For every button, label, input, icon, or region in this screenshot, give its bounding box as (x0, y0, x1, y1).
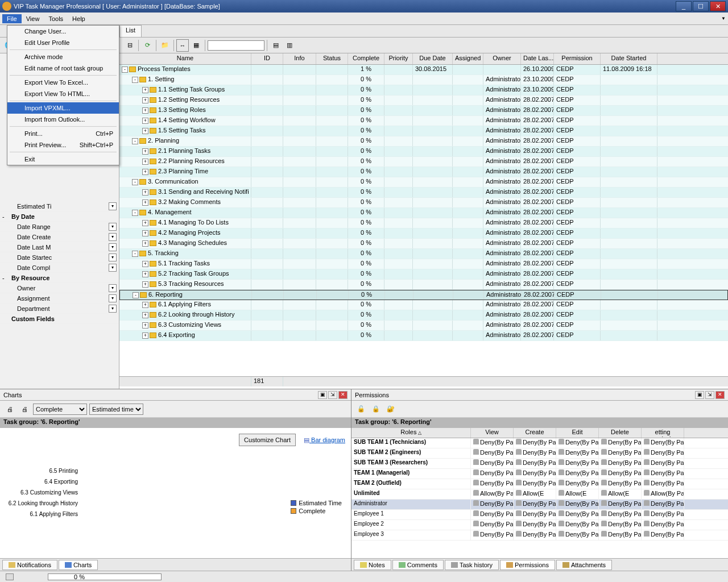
permission-row[interactable]: SUB TEAM 1 (Technicians)Deny(By PaDeny(B… (351, 438, 728, 448)
task-row[interactable]: -2. Planning0 %Administrator28.02.2007CE… (119, 136, 728, 147)
task-row[interactable]: +4.2 Managing Projects0 %Administrator28… (119, 228, 728, 239)
task-row[interactable]: +1.3 Setting Roles0 %Administrator28.02.… (119, 106, 728, 116)
tool-collapse-icon[interactable]: ⊟ (123, 39, 136, 52)
column-header[interactable]: Priority (384, 53, 413, 64)
task-row[interactable]: +6.2 Looking through History0 %Administr… (119, 310, 728, 321)
permission-row[interactable]: Employee 2Deny(By PaDeny(By PaDeny(By Pa… (351, 520, 728, 530)
file-menu-item[interactable]: Edit name of root task group (7, 63, 119, 74)
filter-row[interactable]: Date Startec▾ (0, 252, 119, 263)
bottom-tab[interactable]: Task history (445, 560, 499, 570)
column-header[interactable]: Due Date (413, 53, 453, 64)
bar-diagram-link[interactable]: ▤ Bar diagram (304, 436, 345, 444)
menu-view[interactable]: View (22, 14, 44, 23)
file-menu-item[interactable]: Edit User Profile (7, 37, 119, 48)
view-tab-list[interactable]: List (119, 25, 142, 37)
file-menu-item[interactable]: Export View To Excel... (7, 77, 119, 88)
perm-tool3-icon[interactable]: 🔐 (384, 403, 397, 415)
dropdown-icon[interactable]: ▾ (109, 223, 117, 231)
filter-row[interactable]: -By Resource (0, 273, 119, 283)
perms-dock-button[interactable]: ▣ (695, 391, 704, 399)
permission-row[interactable]: TEAM 1 (Managerial)Deny(By PaDeny(By PaD… (351, 469, 728, 479)
task-row[interactable]: +2.2 Planning Resources0 %Administrator2… (119, 157, 728, 167)
tool-filter1-icon[interactable]: ▤ (270, 39, 282, 52)
tree-expand-icon[interactable]: + (142, 220, 148, 226)
file-menu-item[interactable]: Print Preview...Shift+Ctrl+P (7, 139, 119, 151)
tree-expand-icon[interactable]: - (132, 77, 138, 83)
perm-column-header[interactable]: Roles △ (351, 428, 471, 438)
charts-y-select[interactable]: Complete (33, 404, 87, 415)
tree-expand-icon[interactable]: + (142, 240, 148, 247)
tree-expand-icon[interactable]: + (142, 332, 148, 339)
tree-expand-icon[interactable]: - (132, 138, 138, 144)
tool-refresh-icon[interactable]: ⟳ (141, 39, 154, 52)
permission-row[interactable]: Employee 3Deny(By PaDeny(By PaDeny(By Pa… (351, 530, 728, 541)
tree-expand-icon[interactable]: - (132, 251, 138, 257)
tree-expand-icon[interactable]: + (142, 128, 148, 134)
tree-expand-icon[interactable]: + (142, 281, 148, 288)
file-menu-item[interactable]: Import from Outlook... (7, 114, 119, 125)
charts-dock-button[interactable]: ▣ (318, 391, 327, 399)
minimize-button[interactable]: _ (676, 1, 692, 11)
filter-row[interactable]: Date Create▾ (0, 232, 119, 242)
bottom-tab[interactable]: Notes (354, 560, 391, 570)
tree-expand-icon[interactable]: + (142, 312, 148, 318)
filter-row[interactable]: Date Last M▾ (0, 242, 119, 252)
filter-row[interactable]: Date Range▾ (0, 222, 119, 232)
perm-column-header[interactable]: etting permission (642, 428, 684, 438)
permission-row[interactable]: AdministratorDeny(By PaDeny(By PaDeny(By… (351, 500, 728, 510)
charts-print-icon[interactable]: 🖨 (3, 403, 16, 415)
tree-expand-icon[interactable]: + (142, 107, 148, 114)
file-menu-item[interactable]: Archive mode (7, 51, 119, 63)
permission-row[interactable]: TEAM 2 (Outfield)Deny(By PaDeny(By PaDen… (351, 479, 728, 489)
dropdown-icon[interactable]: ▾ (109, 233, 117, 241)
file-menu-item[interactable]: Export View To HTML... (7, 88, 119, 99)
menu-help[interactable]: Help (68, 14, 90, 23)
tree-expand-icon[interactable]: + (142, 199, 148, 206)
dropdown-icon[interactable]: ▾ (109, 294, 117, 302)
perm-column-header[interactable]: View (471, 428, 514, 438)
task-row[interactable]: +6.1 Applying Filters0 %Administrator28.… (119, 300, 728, 310)
dropdown-icon[interactable]: ▾ (109, 305, 117, 313)
perm-column-header[interactable]: Create (514, 428, 556, 438)
column-header[interactable]: Complete (348, 53, 384, 64)
bottom-tab[interactable]: Permissions (500, 560, 555, 570)
search-input[interactable] (208, 40, 264, 51)
filter-row[interactable]: -By Date (0, 211, 119, 222)
bottom-tab[interactable]: Attachments (556, 560, 612, 570)
tree-expand-icon[interactable]: + (142, 189, 148, 196)
charts-pin-button[interactable]: ⇲ (328, 391, 337, 399)
tool-autofit-icon[interactable]: ↔ (176, 39, 189, 52)
column-header[interactable]: ID (251, 53, 283, 64)
tree-expand-icon[interactable]: - (133, 292, 139, 298)
filter-row[interactable]: Estimated Ti▾ (0, 201, 119, 211)
task-row[interactable]: +4.3 Managing Schedules0 %Administrator2… (119, 239, 728, 249)
task-row[interactable]: +3.2 Making Comments0 %Administrator28.0… (119, 198, 728, 208)
task-row[interactable]: -6. Reporting0 %Administrator28.02.2007C… (119, 290, 728, 300)
task-row[interactable]: +4.1 Managing To Do Lists0 %Administrato… (119, 218, 728, 228)
menu-file[interactable]: File (2, 14, 22, 23)
task-row[interactable]: -3. Communication0 %Administrator28.02.2… (119, 177, 728, 188)
task-row[interactable]: +6.3 Customizing Views0 %Administrator28… (119, 321, 728, 331)
tree-expand-icon[interactable]: + (142, 322, 148, 329)
column-header[interactable]: Assigned (453, 53, 483, 64)
perm-column-header[interactable]: Delete (599, 428, 642, 438)
tree-expand-icon[interactable]: + (142, 159, 148, 165)
bottom-tab[interactable]: Charts (59, 560, 98, 570)
column-header[interactable]: Name (119, 53, 251, 64)
perms-close-button[interactable]: ✕ (715, 391, 725, 399)
close-button[interactable]: ✕ (710, 1, 726, 11)
tree-expand-icon[interactable]: + (142, 261, 148, 267)
tool-filter2-icon[interactable]: ▥ (283, 39, 296, 52)
file-menu-item[interactable]: Exit (7, 153, 119, 165)
perm-column-header[interactable]: Edit (556, 428, 599, 438)
perm-tool2-icon[interactable]: 🔒 (370, 403, 382, 415)
column-header[interactable]: Owner (483, 53, 521, 64)
file-menu-item[interactable]: Change User... (7, 26, 119, 37)
column-header[interactable]: Date Started (601, 53, 657, 64)
tree-expand-icon[interactable]: + (142, 230, 148, 236)
dropdown-icon[interactable]: ▾ (109, 253, 117, 261)
file-menu-item[interactable]: Print...Ctrl+P (7, 128, 119, 139)
tree-expand-icon[interactable]: + (142, 302, 148, 308)
dropdown-icon[interactable]: ▾ (109, 202, 117, 210)
tool-folder-icon[interactable]: 📁 (159, 39, 171, 52)
